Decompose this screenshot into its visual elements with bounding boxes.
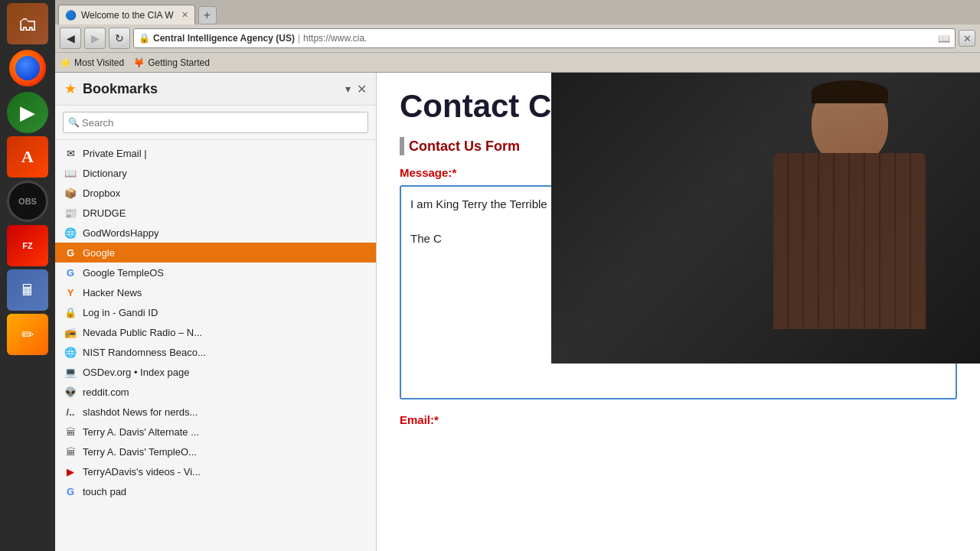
bookmark-hacker-news[interactable]: Y Hacker News — [55, 282, 376, 302]
bookmark-label: Google — [83, 247, 115, 259]
nevada-radio-icon: 📻 — [64, 326, 77, 338]
panel-close-button[interactable]: ✕ — [959, 30, 975, 47]
bookmark-dropbox[interactable]: 📦 Dropbox — [55, 183, 376, 203]
bookmark-label: Dictionary — [83, 168, 127, 179]
touch-pad-icon: G — [64, 485, 77, 497]
search-input[interactable] — [63, 112, 368, 133]
getting-started-bookmark[interactable]: 🦊 Getting Started — [133, 57, 210, 68]
bookmark-label: Terry A. Davis' TempleO... — [83, 446, 197, 458]
forward-button[interactable]: ▶ — [84, 28, 106, 49]
url-path: https://www.cia. — [303, 33, 367, 44]
email-required-star: * — [434, 413, 439, 426]
browser-tab[interactable]: 🔵 Welcome to the CIA W ✕ — [58, 5, 195, 24]
bookmark-label: Hacker News — [83, 287, 142, 298]
bookmark-touch-pad[interactable]: G touch pad — [55, 481, 376, 501]
bookmark-drudge[interactable]: 📰 DRUDGE — [55, 203, 376, 223]
bookmark-label: OSDev.org • Index page — [83, 367, 189, 378]
browser-chrome: 🔵 Welcome to the CIA W ✕ + ◀ ▶ ↻ 🔒 Centr… — [55, 0, 980, 73]
bookmark-label: TerryADavis's videos - Vi... — [83, 466, 201, 478]
dictionary-icon: 📖 — [64, 167, 77, 179]
section-divider — [400, 137, 404, 155]
osdev-icon: 💻 — [64, 366, 77, 378]
bookmark-godwordshappy[interactable]: 🌐 GodWordsHappy — [55, 223, 376, 243]
tab-bar: 🔵 Welcome to the CIA W ✕ + — [55, 0, 980, 24]
bookmark-terry-alternate[interactable]: 🏛 Terry A. Davis' Alternate ... — [55, 422, 376, 442]
bookmark-nist[interactable]: 🌐 NIST Randomness Beaco... — [55, 342, 376, 362]
gandi-icon: 🔒 — [64, 306, 77, 318]
google-templeos-icon: G — [64, 266, 77, 279]
bookmark-osdev[interactable]: 💻 OSDev.org • Index page — [55, 362, 376, 382]
video-overlay — [551, 73, 980, 364]
hacker-news-icon: Y — [64, 286, 77, 298]
calculator-icon[interactable]: 🖩 — [7, 269, 48, 311]
sidebar-title: Bookmarks — [83, 81, 339, 97]
secure-lock-icon: 🔒 — [139, 33, 150, 44]
bookmark-dictionary[interactable]: 📖 Dictionary — [55, 163, 376, 183]
new-tab-button[interactable]: + — [198, 6, 217, 24]
filezilla-icon[interactable]: FZ — [7, 225, 48, 266]
bookmark-label: Private Email | — [83, 148, 147, 159]
tab-close-button[interactable]: ✕ — [181, 10, 188, 20]
bookmark-google-templeos[interactable]: G Google TempleOS — [55, 262, 376, 282]
search-wrapper: 🔍 — [63, 112, 368, 133]
bookmark-label: GodWordsHappy — [83, 227, 158, 239]
bookmarks-bar: ⭐ Most Visited 🦊 Getting Started — [55, 52, 980, 72]
cia-website-content: Contact CIA Contact Us Form Message:* I … — [377, 73, 980, 551]
star-icon: ★ — [64, 80, 77, 97]
getting-started-label: Getting Started — [148, 57, 210, 68]
bookmark-gandi[interactable]: 🔒 Log in - Gandi ID — [55, 302, 376, 322]
bookmark-label: DRUDGE — [83, 207, 126, 219]
bookmark-label: touch pad — [83, 486, 126, 497]
sidebar-search-container: 🔍 — [55, 106, 376, 140]
obs-icon[interactable]: OBS — [7, 181, 48, 222]
bookmark-nevada-radio[interactable]: 📻 Nevada Public Radio – N... — [55, 322, 376, 342]
url-separator: | — [298, 33, 300, 44]
reader-mode-icon[interactable]: 📖 — [938, 33, 950, 44]
sidebar-header: ★ Bookmarks ▾ ✕ — [55, 73, 376, 106]
section-title-text: Contact Us Form — [409, 139, 520, 155]
url-bar[interactable]: 🔒 Central Intelligence Agency (US) | htt… — [133, 28, 956, 48]
bookmark-google[interactable]: G Google — [55, 243, 376, 262]
bookmark-slashdot[interactable]: /.. slashdot News for nerds... — [55, 402, 376, 422]
email-label: Email:* — [400, 413, 957, 426]
bookmarks-list: ✉ Private Email | 📖 Dictionary 📦 Dropbox… — [55, 140, 376, 551]
reddit-icon: 👽 — [64, 386, 77, 398]
getting-started-icon: 🦊 — [133, 57, 145, 68]
google-icon: G — [64, 246, 77, 259]
back-button[interactable]: ◀ — [60, 28, 81, 49]
terry-videos-icon: ▶ — [64, 465, 77, 478]
sidebar-close-button[interactable]: ✕ — [357, 82, 367, 96]
sidebar-dropdown-icon[interactable]: ▾ — [345, 83, 351, 95]
url-domain: Central Intelligence Agency (US) — [153, 33, 295, 44]
terry-alt-icon: 🏛 — [64, 425, 77, 438]
browser: 🔵 Welcome to the CIA W ✕ + ◀ ▶ ↻ 🔒 Centr… — [55, 0, 980, 551]
bookmark-label: Terry A. Davis' Alternate ... — [83, 426, 199, 438]
bookmark-label: reddit.com — [83, 386, 129, 398]
app-store-icon[interactable]: A — [7, 136, 48, 178]
bookmark-reddit[interactable]: 👽 reddit.com — [55, 382, 376, 402]
bookmark-label: Nevada Public Radio – N... — [83, 327, 202, 338]
slashdot-icon: /.. — [64, 406, 77, 418]
bookmark-private-email[interactable]: ✉ Private Email | — [55, 143, 376, 163]
video-person — [551, 73, 980, 364]
files-icon[interactable]: 🗂 — [7, 3, 48, 44]
media-player-icon[interactable]: ▶ — [7, 92, 48, 133]
bookmark-label: Dropbox — [83, 187, 120, 199]
search-icon: 🔍 — [68, 117, 80, 128]
bookmark-terry-videos[interactable]: ▶ TerryADavis's videos - Vi... — [55, 461, 376, 481]
taskbar: 🗂 ▶ A OBS FZ 🖩 ✏ — [0, 0, 55, 551]
terry-templeos-icon: 🏛 — [64, 445, 77, 458]
most-visited-label: Most Visited — [74, 57, 124, 68]
bookmark-label: NIST Randomness Beaco... — [83, 347, 206, 358]
bookmark-terry-templeos[interactable]: 🏛 Terry A. Davis' TempleO... — [55, 442, 376, 461]
content-area: ★ Bookmarks ▾ ✕ 🔍 ✉ Private Email | — [55, 73, 980, 551]
most-visited-bookmark[interactable]: ⭐ Most Visited — [60, 57, 124, 68]
sketch-icon[interactable]: ✏ — [7, 314, 48, 355]
reload-button[interactable]: ↻ — [109, 28, 130, 49]
nist-icon: 🌐 — [64, 346, 77, 358]
dropbox-icon: 📦 — [64, 187, 77, 199]
bookmark-label: Log in - Gandi ID — [83, 307, 158, 318]
bookmark-label: slashdot News for nerds... — [83, 406, 198, 418]
firefox-icon[interactable] — [7, 47, 48, 89]
required-star: * — [452, 166, 456, 179]
